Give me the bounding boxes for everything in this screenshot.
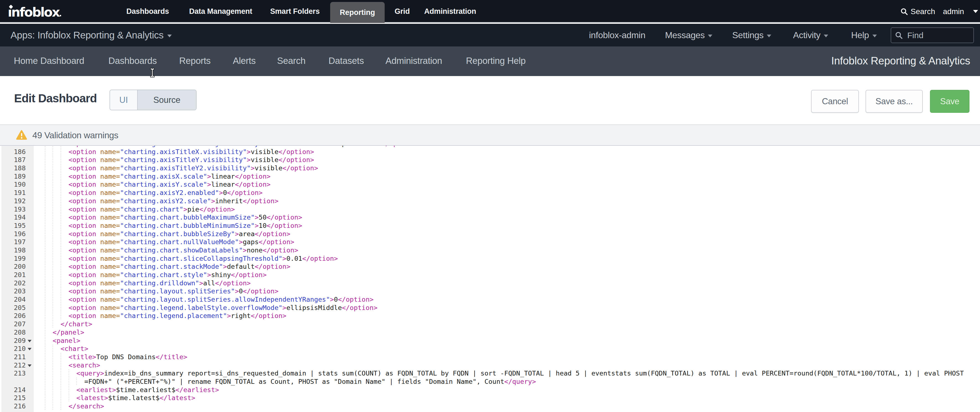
code-row: <option name="charting.chart.bubbleSizeB… bbox=[34, 230, 980, 239]
gutter-cell: 208 bbox=[0, 328, 34, 337]
toggle-source-button[interactable]: Source bbox=[138, 90, 196, 110]
line-number: 197 bbox=[0, 238, 26, 247]
code-text: <title>Top DNS Domains</title> bbox=[37, 353, 187, 361]
code-line: 187 <option name="charting.axisTitleY.vi… bbox=[0, 156, 980, 164]
line-number: 199 bbox=[0, 255, 26, 263]
code-row: <option name="charting.layout.splitSerie… bbox=[34, 296, 980, 304]
code-text: <option name="charting.legend.placement"… bbox=[37, 312, 286, 320]
gutter-cell: 194 bbox=[0, 213, 34, 222]
code-text: <option name="charting.axisY2.scale">inh… bbox=[37, 197, 278, 205]
code-line: 210 <chart> bbox=[0, 345, 980, 353]
fold-toggle-icon[interactable] bbox=[28, 348, 32, 350]
line-number: 206 bbox=[0, 312, 26, 320]
line-number: 200 bbox=[0, 263, 26, 271]
code-text: <option name="charting.layout.splitSerie… bbox=[37, 287, 278, 296]
apps-caret-icon bbox=[167, 35, 172, 37]
line-number: 192 bbox=[0, 197, 26, 205]
code-line: 202 <option name="charting.drilldown">al… bbox=[0, 279, 980, 288]
topnav-administration[interactable]: Administration bbox=[424, 0, 476, 23]
code-row: <option name="charting.layout.splitSerie… bbox=[34, 287, 980, 296]
line-number: 216 bbox=[0, 402, 26, 410]
code-row: <panel> bbox=[34, 337, 980, 345]
code-text: <option name="charting.chart.sliceCollap… bbox=[37, 255, 338, 263]
code-line: 207 </chart> bbox=[0, 320, 980, 328]
gutter-cell: 199 bbox=[0, 255, 34, 263]
gutter-cell: 187 bbox=[0, 156, 34, 164]
line-number: 210 bbox=[0, 345, 26, 353]
appbar-help-menu[interactable]: Help bbox=[851, 24, 877, 46]
find-search-input[interactable]: Find bbox=[891, 27, 974, 43]
gutter-cell: 186 bbox=[0, 148, 34, 156]
line-number: 203 bbox=[0, 287, 26, 296]
code-line: 193 <option name="charting.chart">pie</o… bbox=[0, 205, 980, 214]
appbar-username[interactable]: infoblox-admin bbox=[589, 24, 645, 46]
topnav-data-management[interactable]: Data Management bbox=[189, 0, 252, 23]
toggle-ui-button[interactable]: UI bbox=[110, 90, 138, 110]
code-row: <chart> bbox=[34, 345, 980, 353]
fold-toggle-icon[interactable] bbox=[28, 340, 32, 342]
global-search-button[interactable]: Search bbox=[900, 0, 935, 23]
line-number: 212 bbox=[0, 361, 26, 370]
gutter-cell: 185 bbox=[0, 146, 34, 148]
code-text: =FQDN+" ("+PERCENT+"%)" | rename FQDN_TO… bbox=[37, 378, 536, 386]
line-number: 185 bbox=[0, 146, 26, 148]
warning-text[interactable]: 49 Validation warnings bbox=[32, 125, 118, 146]
gutter-cell: 216 bbox=[0, 402, 34, 410]
code-row: <option name="charting.axisTitleY.visibi… bbox=[34, 156, 980, 164]
code-row: <earliest>$time.earliest$</earliest> bbox=[34, 386, 980, 394]
code-row: <option name="charting.axisY2.enabled">0… bbox=[34, 189, 980, 197]
gutter-cell: 215 bbox=[0, 394, 34, 402]
code-text: <query>index=ib_dns_summary report=si_dn… bbox=[37, 369, 964, 378]
topnav-grid[interactable]: Grid bbox=[395, 0, 410, 23]
code-line: 201 <option name="charting.chart.style">… bbox=[0, 271, 980, 279]
appbar-activity-menu[interactable]: Activity bbox=[793, 24, 828, 46]
app-title: Infoblox Reporting & Analytics bbox=[831, 46, 970, 76]
appbar-settings-menu[interactable]: Settings bbox=[732, 24, 771, 46]
appnav-search[interactable]: Search bbox=[277, 46, 305, 76]
appbar-messages-menu[interactable]: Messages bbox=[665, 24, 712, 46]
code-row: <option name="charting.axisY.scale">line… bbox=[34, 181, 980, 189]
source-code-editor[interactable]: 185 <option name="charting.axisLabelsX.m… bbox=[0, 146, 980, 412]
appnav-reports[interactable]: Reports bbox=[179, 46, 210, 76]
line-number: 207 bbox=[0, 320, 26, 328]
settings-label: Settings bbox=[732, 30, 764, 40]
apps-dropdown[interactable]: Apps: Infoblox Reporting & Analytics bbox=[11, 24, 172, 46]
topnav-dashboards[interactable]: Dashboards bbox=[126, 0, 169, 23]
code-row: =FQDN+" ("+PERCENT+"%)" | rename FQDN_TO… bbox=[34, 378, 980, 386]
line-number: 215 bbox=[0, 394, 26, 402]
warning-icon bbox=[16, 130, 27, 140]
code-line: 215 <latest>$time.latest$</latest> bbox=[0, 394, 980, 402]
gutter-cell: 211 bbox=[0, 353, 34, 361]
code-text: <option name="charting.chart.bubbleMaxim… bbox=[37, 213, 302, 222]
topnav-smart-folders[interactable]: Smart Folders bbox=[270, 0, 320, 23]
page-title: Edit Dashboard bbox=[14, 92, 97, 105]
admin-caret-icon[interactable] bbox=[973, 10, 978, 13]
help-caret-icon bbox=[872, 35, 877, 37]
line-number: 189 bbox=[0, 173, 26, 181]
gutter-cell: 195 bbox=[0, 222, 34, 230]
code-text: <panel> bbox=[37, 337, 81, 345]
topnav-reporting-active-tab[interactable]: Reporting bbox=[330, 2, 385, 23]
line-number: 191 bbox=[0, 189, 26, 197]
code-line: 185 <option name="charting.axisLabelsX.m… bbox=[0, 146, 980, 148]
admin-user-menu[interactable]: admin bbox=[943, 0, 964, 23]
fold-toggle-icon[interactable] bbox=[28, 364, 32, 367]
appnav-reporting-help[interactable]: Reporting Help bbox=[466, 46, 526, 76]
code-row: <option name="charting.legend.labelStyle… bbox=[34, 304, 980, 312]
code-text: <option name="charting.chart.style">shin… bbox=[37, 271, 267, 279]
line-number: 214 bbox=[0, 386, 26, 394]
cancel-button[interactable]: Cancel bbox=[811, 90, 859, 113]
save-button[interactable]: Save bbox=[930, 90, 969, 113]
appnav-home-dashboard[interactable]: Home Dashboard bbox=[14, 46, 84, 76]
line-number: 195 bbox=[0, 222, 26, 230]
infoblox-logo[interactable]: ınfoblox bbox=[8, 5, 59, 20]
code-text: <option name="charting.axisTitleY.visibi… bbox=[37, 156, 314, 164]
appnav-administration[interactable]: Administration bbox=[385, 46, 442, 76]
text-cursor bbox=[150, 68, 155, 78]
save-as-button[interactable]: Save as... bbox=[865, 90, 923, 113]
gutter-cell: 201 bbox=[0, 271, 34, 279]
appnav-alerts[interactable]: Alerts bbox=[233, 46, 256, 76]
appnav-datasets[interactable]: Datasets bbox=[329, 46, 364, 76]
appnav-dashboards[interactable]: Dashboards bbox=[108, 46, 157, 76]
line-number: 198 bbox=[0, 247, 26, 255]
